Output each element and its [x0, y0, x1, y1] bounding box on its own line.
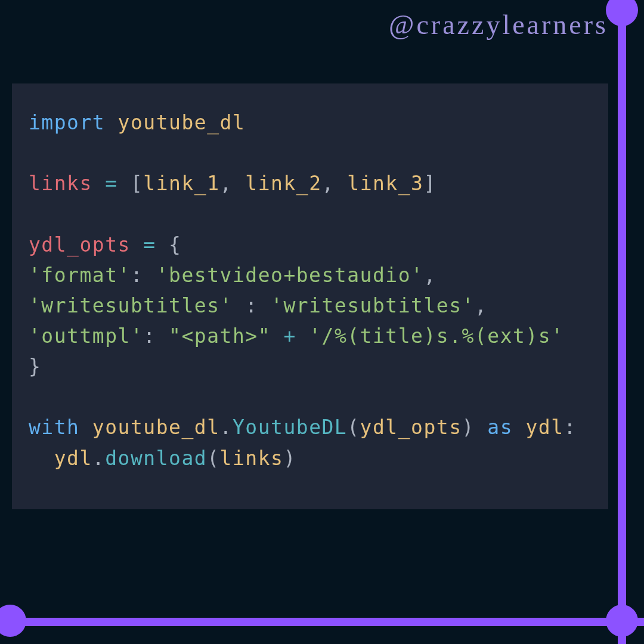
code-block: import youtube_dl links = [link_1, link_… [12, 83, 608, 509]
account-handle: @crazzylearners [0, 9, 608, 41]
decor-vertical-line [618, 0, 626, 644]
decor-dot-top-right [606, 0, 638, 26]
code-content: import youtube_dl links = [link_1, link_… [29, 107, 592, 473]
decor-dot-bottom-left [0, 605, 26, 637]
decor-dot-bottom-right [606, 605, 638, 637]
decor-horizontal-line [0, 618, 644, 626]
